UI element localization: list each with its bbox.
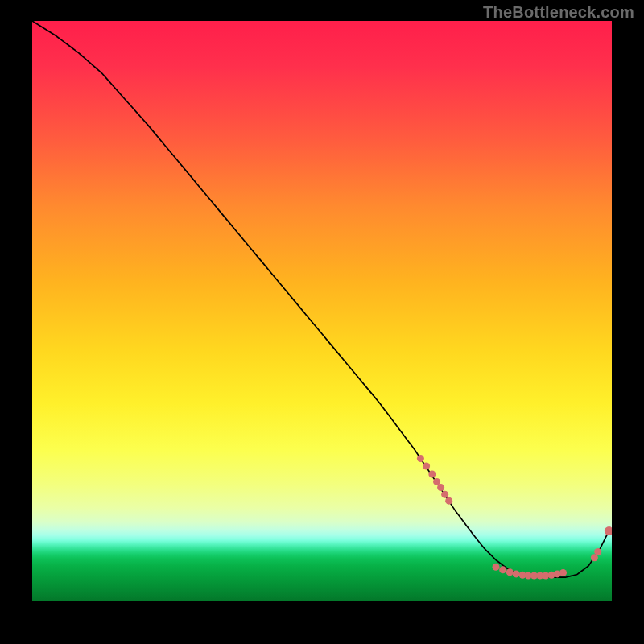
data-point (428, 471, 436, 478)
data-point (493, 564, 500, 571)
data-point (417, 455, 424, 462)
data-point (499, 566, 506, 573)
data-point (559, 569, 567, 576)
data-point (437, 484, 444, 491)
bottleneck-line (32, 21, 609, 577)
watermark-text: TheBottleneck.com (483, 3, 634, 22)
data-point (445, 497, 452, 505)
data-markers (417, 455, 612, 579)
data-point (423, 462, 430, 469)
data-point (441, 491, 448, 498)
data-point (506, 568, 514, 576)
plot-area (32, 21, 612, 601)
data-point (605, 526, 612, 535)
data-point (513, 570, 520, 577)
data-point (594, 548, 601, 555)
chart-container: TheBottleneck.com (0, 0, 644, 644)
chart-svg (32, 21, 612, 601)
